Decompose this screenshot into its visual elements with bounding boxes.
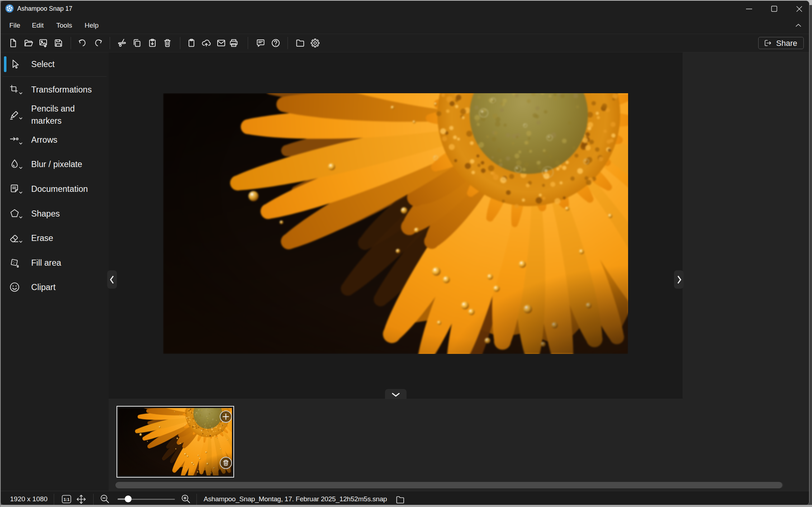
svg-text:1:1: 1:1 [63, 497, 70, 502]
